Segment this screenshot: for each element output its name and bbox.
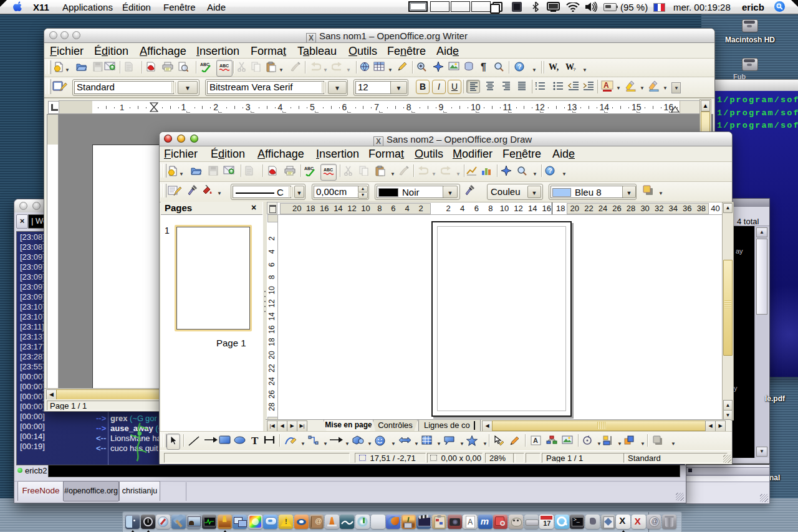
svg-text:A: A [603,81,609,90]
svg-text:W,: W, [549,62,559,72]
svg-text:T: T [251,435,259,445]
svg-text:¶: ¶ [481,62,486,72]
svg-text:?: ? [573,67,576,72]
svg-text:1: 1 [535,82,537,85]
svg-text:?: ? [548,167,552,174]
svg-text:ABC: ABC [200,62,209,67]
svg-text:ABC: ABC [219,64,229,68]
svg-text:ABC: ABC [304,166,314,171]
svg-text:?: ? [517,63,522,70]
svg-text:A: A [533,437,538,444]
svg-text:ABC: ABC [324,168,333,172]
